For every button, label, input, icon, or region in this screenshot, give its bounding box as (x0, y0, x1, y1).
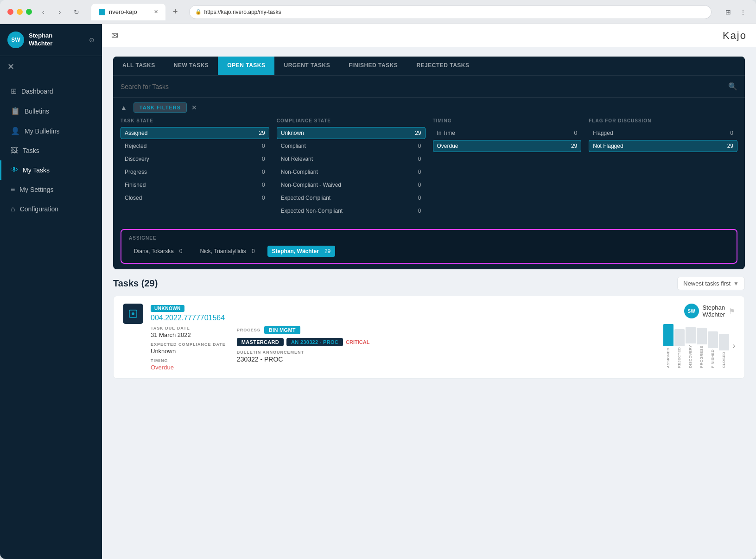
back-button[interactable]: ‹ (38, 6, 49, 18)
filter-row-discovery[interactable]: Discovery 0 (121, 153, 269, 165)
progress-step-rejected: REJECTED (674, 329, 685, 368)
task-id[interactable]: 004.2022.7777701564 (151, 314, 635, 322)
filter-row-not-flagged[interactable]: Not Flagged 29 (589, 140, 737, 152)
filter-section: ▲ TASK FILTERS ✕ TASK STATE Assigned 29 (113, 98, 745, 223)
tag-critical: CRITICAL (346, 339, 369, 345)
my-tasks-icon: 👁 (11, 166, 18, 174)
forward-button[interactable]: › (54, 6, 65, 18)
progress-step-progress: PROGRESS (697, 328, 707, 368)
progress-step-assigned: ASSIGNED (663, 324, 673, 368)
extensions-button[interactable]: ⊞ (723, 6, 734, 18)
reload-button[interactable]: ↻ (71, 6, 82, 18)
settings-button[interactable]: ⋮ (737, 6, 749, 18)
task-status-badge: UNKNOWN (151, 305, 184, 312)
process-label: PROCESS (237, 328, 260, 332)
filter-row-finished[interactable]: Finished 0 (121, 179, 269, 191)
task-tags: MASTERCARD AN 230322 - PROC CRITICAL (237, 338, 635, 346)
top-header: ✉ Kajo (102, 24, 756, 47)
tab-all-tasks[interactable]: ALL TASKS (113, 57, 165, 75)
flag-icon[interactable]: ⚑ (729, 307, 735, 316)
sidebar: SW StephanWächter ⊙ ✕ ⊞ Dashboard 📋 (0, 24, 102, 559)
user-avatar: SW (7, 32, 24, 48)
tab-new-tasks[interactable]: NEW TASKS (165, 57, 218, 75)
assignee-diana[interactable]: Diana, Tokarska 0 (129, 245, 188, 257)
mail-icon[interactable]: ✉ (111, 31, 118, 41)
tab-title: rivero-kajo (109, 8, 137, 15)
sort-dropdown[interactable]: Newest tasks first ▼ (677, 277, 745, 290)
sidebar-label-configuration: Configuration (20, 205, 58, 213)
sidebar-item-configuration[interactable]: ⌂ Configuration (0, 199, 102, 219)
filter-row-progress[interactable]: Progress 0 (121, 166, 269, 178)
tag-proc: AN 230322 - PROC (286, 338, 343, 346)
filter-col-compliance-state: COMPLIANCE STATE Unknown 29 Compliant 0 (277, 118, 426, 218)
filter-row-unknown[interactable]: Unknown 29 (277, 127, 426, 139)
tasks-list-header: Tasks (29) Newest tasks first ▼ (113, 269, 745, 296)
sidebar-item-my-settings[interactable]: ≡ My Settings (0, 180, 102, 199)
sidebar-label-my-settings: My Settings (19, 186, 53, 193)
filter-row-non-compliant-waived[interactable]: Non-Compliant - Waived 0 (277, 179, 426, 191)
new-tab-button[interactable]: + (173, 7, 178, 17)
filter-row-assigned[interactable]: Assigned 29 (121, 127, 269, 139)
filter-row-compliant[interactable]: Compliant 0 (277, 140, 426, 152)
filter-collapse-btn[interactable]: ▲ (121, 104, 127, 111)
sidebar-nav: ⊞ Dashboard 📋 Bulletins 👤 My Bulletins (0, 77, 102, 559)
sort-label: Newest tasks first (683, 280, 731, 287)
url-bar[interactable]: 🔒 https://kajo.rivero.app/my-tasks (189, 5, 712, 19)
timing-title: TIMING (433, 118, 582, 123)
sidebar-item-dashboard[interactable]: ⊞ Dashboard (0, 81, 102, 101)
filter-row-non-compliant[interactable]: Non-Compliant 0 (277, 166, 426, 178)
assignee-avatar: SW (684, 304, 699, 318)
search-input[interactable] (121, 83, 723, 90)
filter-row-in-time[interactable]: In Time 0 (433, 127, 582, 139)
tab-rejected-tasks[interactable]: REJECTED TASKS (407, 57, 478, 75)
filter-close-btn[interactable]: ✕ (191, 104, 197, 111)
filter-row-closed[interactable]: Closed 0 (121, 192, 269, 204)
bulletins-icon: 📋 (11, 107, 20, 115)
maximize-window-btn[interactable] (26, 9, 32, 15)
filter-row-not-relevant[interactable]: Not Relevant 0 (277, 153, 426, 165)
task-filters-badge[interactable]: TASK FILTERS (133, 102, 187, 113)
task-tabs: ALL TASKS NEW TASKS OPEN TASKS URGENT TA… (113, 57, 745, 76)
filter-row-rejected[interactable]: Rejected 0 (121, 140, 269, 152)
task-card: UNKNOWN 004.2022.7777701564 TASK DUE DAT… (113, 296, 745, 379)
tab-open-tasks[interactable]: OPEN TASKS (218, 57, 274, 75)
tab-urgent-tasks[interactable]: URGENT TASKS (274, 57, 339, 75)
sidebar-item-my-bulletins[interactable]: 👤 My Bulletins (0, 121, 102, 141)
sidebar-label-bulletins: Bulletins (25, 108, 49, 115)
browser-titlebar: ‹ › ↻ rivero-kajo ✕ + 🔒 https://kajo.riv… (0, 0, 756, 24)
timing-value: Overdue (151, 364, 226, 371)
browser-toolbar-icons: ⊞ ⋮ (723, 6, 749, 18)
sidebar-close-button[interactable]: ✕ (0, 56, 102, 77)
compliance-date-label: EXPECTED COMPLIANCE DATE (151, 342, 226, 347)
tab-close-button[interactable]: ✕ (154, 9, 158, 15)
task-card-body: UNKNOWN 004.2022.7777701564 TASK DUE DAT… (151, 304, 635, 371)
task-state-title: TASK STATE (121, 118, 269, 123)
dashboard-icon: ⊞ (11, 87, 17, 95)
browser-tab[interactable]: rivero-kajo ✕ (91, 4, 165, 20)
sidebar-item-my-tasks[interactable]: 👁 My Tasks (0, 160, 102, 180)
filter-row-overdue[interactable]: Overdue 29 (433, 140, 582, 152)
user-menu-icon[interactable]: ⊙ (89, 36, 95, 44)
filter-row-flagged[interactable]: Flagged 0 (589, 127, 737, 139)
search-bar: 🔍 (113, 76, 745, 98)
assignee-name: Stephan (703, 304, 725, 311)
task-expand-chevron[interactable]: › (733, 342, 735, 350)
flag-discussion-title: FLAG FOR DISCUSSION (589, 118, 737, 123)
sidebar-label-tasks: Tasks (23, 147, 39, 154)
window-controls (7, 9, 32, 15)
tab-finished-tasks[interactable]: FINISHED TASKS (339, 57, 407, 75)
filter-header: ▲ TASK FILTERS ✕ (121, 102, 737, 113)
filter-row-expected-compliant[interactable]: Expected Compliant 0 (277, 192, 426, 204)
minimize-window-btn[interactable] (17, 9, 23, 15)
task-process-area: PROCESS BIN MGMT (237, 326, 635, 334)
assignee-stephan[interactable]: Stephan, Wächter 29 (267, 246, 336, 257)
tasks-icon: 🖼 (11, 146, 18, 155)
sidebar-item-bulletins[interactable]: 📋 Bulletins (0, 101, 102, 121)
due-date-value: 31 March 2022 (151, 331, 226, 338)
filter-row-expected-non-compliant[interactable]: Expected Non-Compliant 0 (277, 205, 426, 217)
assignee-nick[interactable]: Nick, Triantafyllidis 0 (195, 245, 260, 257)
filter-col-task-state: TASK STATE Assigned 29 Rejected 0 (121, 118, 269, 218)
close-window-btn[interactable] (7, 9, 13, 15)
progress-step-closed: CLOSED (719, 334, 729, 368)
sidebar-item-tasks[interactable]: 🖼 Tasks (0, 141, 102, 160)
